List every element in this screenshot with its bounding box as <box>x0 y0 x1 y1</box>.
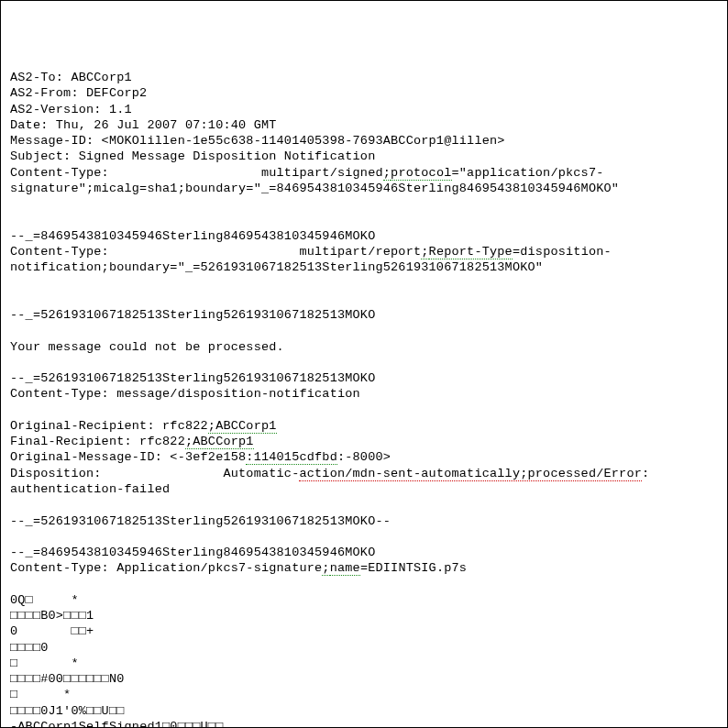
boundary-report-close: --_=5261931067182513Sterling526193106718… <box>10 514 391 528</box>
content-type-signed-a: Content-Type: multipart/signed <box>10 166 383 180</box>
ct4-name: name <box>330 561 360 576</box>
ct4-semi: ; <box>322 561 329 576</box>
as2-from: AS2-From: DEFCorp2 <box>10 86 147 100</box>
date-header: Date: Thu, 26 Jul 2007 07:10:40 GMT <box>10 118 277 132</box>
binary-line: 0Q□ * <box>10 593 79 607</box>
message-id: Message-ID: <MOKOlillen-1e55c638-1140140… <box>10 134 505 148</box>
selfsigned-a: -ABCCorp1 <box>10 720 79 728</box>
binary-line: □ * <box>10 656 79 670</box>
original-recipient-val: ;ABCCorp1 <box>208 419 277 434</box>
content-type-signature-b: =EDIINTSIG.p7s <box>360 561 467 575</box>
original-message-id-b: :114015cdfbd <box>246 450 337 465</box>
as2-to: AS2-To: ABCCorp1 <box>10 71 132 84</box>
original-recipient: Original-Recipient: rfc822 <box>10 419 208 433</box>
binary-line: □□□□0 <box>10 641 49 655</box>
boundary-report-open: --_=5261931067182513Sterling526193106718… <box>10 308 375 322</box>
content-type-disposition: Content-Type: message/disposition-notifi… <box>10 387 360 401</box>
subject: Subject: Signed Message Disposition Noti… <box>10 149 375 163</box>
body-message: Your message could not be processed. <box>10 340 284 354</box>
selfsigned-b: SelfSigned1 <box>79 720 162 728</box>
ct1-semi: ; <box>383 166 391 181</box>
selfsigned-c: □0□□□U□□ <box>162 720 223 728</box>
final-recipient: Final-Recipient: rfc822 <box>10 435 185 448</box>
original-message-id-c: :-8000> <box>337 450 391 464</box>
boundary-signed-mid: --_=8469543810345946Sterling846954381034… <box>10 546 375 559</box>
boundary-signed-open: --_=8469543810345946Sterling846954381034… <box>10 229 375 243</box>
ct2-report-type: Report-Type <box>429 245 513 259</box>
binary-line: □□□□B0>□□□1 <box>10 609 94 623</box>
binary-line: □□□□#00□□□□□□N0 <box>10 672 125 686</box>
original-message-id-a: Original-Message-ID: <-3ef2e158 <box>10 450 246 464</box>
ct1-protocol: protocol <box>391 166 451 181</box>
binary-line: □□□□0J1'0%□□U□□ <box>10 704 125 718</box>
content-type-signature-a: Content-Type: Application/pkcs7-signatur… <box>10 561 322 575</box>
ct2-semi: ; <box>421 245 428 259</box>
as2-mdn-document: { "doc": { "header1": "AS2-To: ABCCorp1"… <box>0 0 728 728</box>
binary-line: □ * <box>10 688 71 701</box>
final-recipient-val: ;ABCCorp1 <box>185 435 254 449</box>
content-type-report-a: Content-Type: multipart/report <box>10 245 421 259</box>
disposition-b: action/mdn-sent-automatically;processed/… <box>299 467 642 481</box>
boundary-report-mid: --_=5261931067182513Sterling526193106718… <box>10 371 375 385</box>
binary-line: 0 □□+ <box>10 624 94 638</box>
as2-version: AS2-Version: 1.1 <box>10 103 132 116</box>
disposition-a: Disposition: Automatic- <box>10 467 299 480</box>
